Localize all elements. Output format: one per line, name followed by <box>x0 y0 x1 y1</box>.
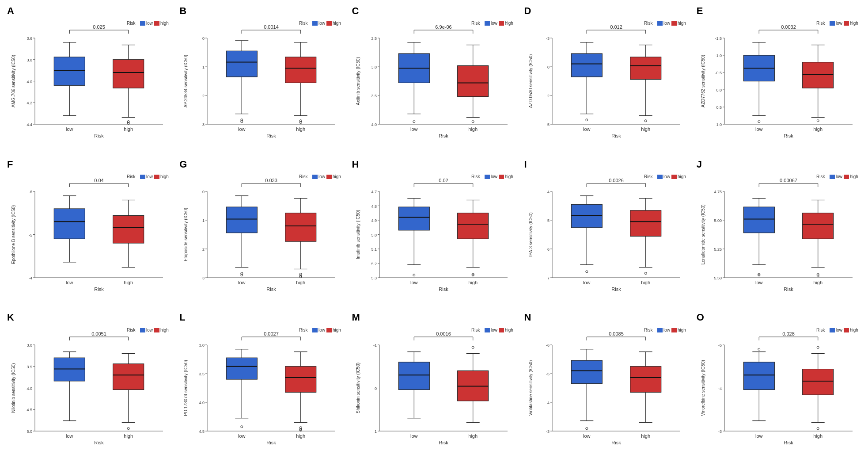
svg-text:low: low <box>663 328 671 332</box>
svg-text:low: low <box>66 280 73 285</box>
svg-text:low: low <box>836 21 843 26</box>
svg-text:high: high <box>678 174 686 179</box>
svg-rect-382 <box>830 175 835 179</box>
svg-text:Risk: Risk <box>267 133 277 138</box>
svg-text:-6: -6 <box>29 190 32 194</box>
svg-text:5.00: 5.00 <box>714 218 722 223</box>
svg-text:Risk: Risk <box>644 21 653 26</box>
svg-text:low: low <box>583 433 591 439</box>
svg-rect-43 <box>227 51 258 77</box>
svg-text:0.028: 0.028 <box>782 331 795 336</box>
chart-svg-I: 0.00264567lowhighRiskIPA.3 sensitivity (… <box>522 159 691 309</box>
svg-text:4.5: 4.5 <box>27 408 33 412</box>
svg-text:5.25: 5.25 <box>714 247 722 252</box>
svg-text:low: low <box>146 21 153 26</box>
svg-rect-343 <box>657 175 663 179</box>
svg-text:0.00067: 0.00067 <box>780 178 797 183</box>
svg-rect-345 <box>671 175 677 179</box>
svg-rect-359 <box>803 213 834 239</box>
chart-svg-G: 0.0330123lowhighRiskEtoposide sensitivit… <box>177 159 346 309</box>
svg-text:high: high <box>850 174 858 179</box>
svg-rect-163 <box>803 62 834 88</box>
svg-text:Risk: Risk <box>816 21 825 26</box>
svg-text:0.0085: 0.0085 <box>609 331 624 336</box>
svg-text:3.6: 3.6 <box>27 36 33 41</box>
svg-rect-76 <box>326 21 332 26</box>
svg-point-539 <box>758 348 760 350</box>
svg-text:low: low <box>318 328 326 332</box>
svg-text:0.0027: 0.0027 <box>264 331 279 336</box>
svg-point-272 <box>413 274 415 276</box>
svg-rect-537 <box>743 362 774 390</box>
svg-text:Risk: Risk <box>784 133 793 138</box>
svg-text:low: low <box>66 126 73 132</box>
svg-point-475 <box>472 346 474 348</box>
svg-text:5: 5 <box>547 218 550 223</box>
svg-text:Risk: Risk <box>439 133 449 138</box>
chart-cell-F: F0.04-6-5-4lowhighRiskEpothilone B sensi… <box>4 157 175 309</box>
svg-text:4.0: 4.0 <box>27 80 33 84</box>
svg-text:AP.24534 sensitivity (IC50): AP.24534 sensitivity (IC50) <box>183 55 188 107</box>
svg-text:low: low <box>411 433 418 439</box>
svg-rect-238 <box>285 213 316 241</box>
chart-cell-O: O0.028-5-4-3lowhighRiskVinorelbine sensi… <box>693 310 864 462</box>
chart-cell-L: L0.00273.03.54.04.5lowhighRiskPD.173074 … <box>176 310 347 462</box>
svg-rect-222 <box>140 175 145 179</box>
svg-text:high: high <box>160 328 169 332</box>
svg-text:low: low <box>238 126 246 132</box>
chart-cell-G: G0.0330123lowhighRiskEtoposide sensitivi… <box>176 157 347 309</box>
svg-text:high: high <box>469 433 478 439</box>
svg-text:low: low <box>411 280 418 285</box>
svg-text:-5: -5 <box>546 372 550 376</box>
chart-svg-B: 0.00140123lowhighRiskAP.24534 sensitivit… <box>177 5 346 155</box>
svg-text:low: low <box>583 126 591 132</box>
svg-point-547 <box>817 427 819 429</box>
svg-text:3.5: 3.5 <box>199 372 205 376</box>
svg-text:Risk: Risk <box>267 440 277 445</box>
svg-rect-150 <box>671 21 677 26</box>
svg-rect-531 <box>671 328 677 332</box>
chart-cell-D: D0.012-3025lowhighRiskAZD.0530 sensitivi… <box>521 4 692 156</box>
svg-text:0.033: 0.033 <box>265 178 278 183</box>
svg-text:3.0: 3.0 <box>199 343 205 348</box>
svg-rect-565 <box>830 328 835 332</box>
svg-text:4.0: 4.0 <box>27 386 33 390</box>
svg-text:high: high <box>160 174 169 179</box>
chart-svg-D: 0.012-3025lowhighRiskAZD.0530 sensitivit… <box>522 5 691 155</box>
svg-text:4.5: 4.5 <box>199 429 205 434</box>
svg-rect-461 <box>326 328 332 332</box>
svg-text:Imatinib sensitivity (IC50): Imatinib sensitivity (IC50) <box>356 210 360 260</box>
svg-text:-1.0: -1.0 <box>715 53 722 58</box>
svg-text:0.02: 0.02 <box>439 178 448 183</box>
svg-text:Risk: Risk <box>816 174 825 179</box>
chart-svg-C: 6.9e-062.53.03.54.0lowhighRiskAxitinib s… <box>349 5 519 155</box>
svg-text:high: high <box>850 328 858 332</box>
svg-rect-428 <box>227 358 258 379</box>
svg-text:high: high <box>850 21 858 26</box>
svg-text:4.75: 4.75 <box>714 190 722 194</box>
svg-text:high: high <box>505 21 513 26</box>
svg-text:0.025: 0.025 <box>93 24 105 30</box>
chart-svg-O: 0.028-5-4-3lowhighRiskVinorelbine sensit… <box>694 312 864 462</box>
svg-rect-422 <box>154 328 159 332</box>
svg-text:high: high <box>124 433 133 439</box>
svg-text:3.8: 3.8 <box>27 58 33 62</box>
svg-rect-277 <box>458 213 489 239</box>
chart-cell-I: I0.00264567lowhighRiskIPA.3 sensitivity … <box>521 157 692 309</box>
svg-text:high: high <box>813 280 823 285</box>
svg-text:3.0: 3.0 <box>27 343 33 348</box>
svg-text:Vinorelbine sensitivity (IC50): Vinorelbine sensitivity (IC50) <box>701 360 705 416</box>
svg-rect-308 <box>499 175 504 179</box>
svg-text:7: 7 <box>547 276 550 280</box>
svg-text:low: low <box>836 174 843 179</box>
svg-text:Risk: Risk <box>299 21 308 26</box>
svg-text:low: low <box>411 126 418 132</box>
chart-letter-N: N <box>524 312 531 323</box>
svg-text:Risk: Risk <box>299 174 308 179</box>
svg-text:3: 3 <box>202 276 205 280</box>
svg-text:0.5: 0.5 <box>716 105 722 110</box>
chart-letter-K: K <box>7 312 14 323</box>
svg-point-430 <box>241 425 243 428</box>
svg-text:high: high <box>469 280 478 285</box>
chart-svg-E: 0.0032-1.5-1.0-0.50.00.51.0lowhighRiskAZ… <box>694 5 864 155</box>
